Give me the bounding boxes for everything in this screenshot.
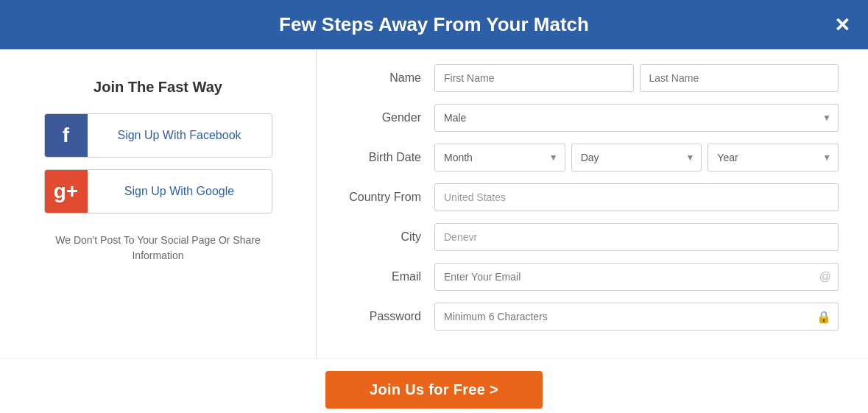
country-row: Country From	[346, 183, 839, 211]
name-input-group	[434, 64, 839, 92]
month-select[interactable]: Month JanuaryFebruaryMarch AprilMayJune …	[434, 144, 565, 172]
facebook-icon: f	[45, 114, 88, 157]
left-panel: Join The Fast Way f Sign Up With Faceboo…	[0, 49, 317, 359]
year-select-wrapper: Year ▼	[708, 144, 839, 172]
day-select[interactable]: Day	[571, 144, 702, 172]
modal-footer: Join Us for Free > By clicking "Join Us …	[0, 359, 868, 413]
close-button[interactable]: ✕	[834, 15, 850, 35]
birth-date-label: Birth Date	[346, 151, 434, 164]
country-input[interactable]	[434, 183, 839, 211]
modal-header: Few Steps Away From Your Match ✕	[0, 0, 868, 49]
gender-label: Gender	[346, 111, 434, 124]
password-input-wrapper: 🔒	[434, 303, 839, 331]
lock-icon: 🔒	[816, 310, 831, 324]
password-row: Password 🔒	[346, 303, 839, 331]
password-input-group: 🔒	[434, 303, 839, 331]
city-input-group	[434, 223, 839, 251]
birth-date-row: Birth Date Month JanuaryFebruaryMarch Ap…	[346, 144, 839, 172]
fast-way-heading: Join The Fast Way	[93, 79, 222, 96]
month-select-wrapper: Month JanuaryFebruaryMarch AprilMayJune …	[434, 144, 565, 172]
password-input[interactable]	[434, 303, 839, 331]
gender-row: Gender Male Female ▼	[346, 104, 839, 132]
google-label: Sign Up With Google	[88, 185, 272, 198]
google-signup-button[interactable]: g+ Sign Up With Google	[44, 169, 272, 213]
right-panel: Name Gender Male Female ▼	[317, 49, 868, 359]
gender-select-wrapper: Male Female ▼	[434, 104, 839, 132]
city-input[interactable]	[434, 223, 839, 251]
day-select-wrapper: Day ▼	[571, 144, 702, 172]
last-name-input[interactable]	[640, 64, 839, 92]
name-row: Name	[346, 64, 839, 92]
at-icon: @	[819, 270, 831, 283]
email-input[interactable]	[434, 263, 839, 291]
join-free-button[interactable]: Join Us for Free >	[325, 371, 543, 409]
password-label: Password	[346, 310, 434, 323]
email-input-group: @	[434, 263, 839, 291]
social-note: We Don't Post To Your Social Page Or Sha…	[29, 233, 286, 264]
year-select[interactable]: Year	[708, 144, 839, 172]
city-label: City	[346, 230, 434, 244]
gender-input-group: Male Female ▼	[434, 104, 839, 132]
google-icon: g+	[45, 170, 88, 213]
city-row: City	[346, 223, 839, 251]
facebook-label: Sign Up With Facebook	[88, 129, 272, 142]
country-label: Country From	[346, 191, 434, 204]
email-label: Email	[346, 270, 434, 283]
modal-title: Few Steps Away From Your Match	[279, 13, 589, 36]
birth-date-group: Month JanuaryFebruaryMarch AprilMayJune …	[434, 144, 839, 172]
first-name-input[interactable]	[434, 64, 634, 92]
modal-container: Few Steps Away From Your Match ✕ Join Th…	[0, 0, 868, 413]
email-input-wrapper: @	[434, 263, 839, 291]
name-label: Name	[346, 71, 434, 85]
gender-select[interactable]: Male Female	[434, 104, 839, 132]
country-input-group	[434, 183, 839, 211]
facebook-signup-button[interactable]: f Sign Up With Facebook	[44, 113, 272, 158]
email-row: Email @	[346, 263, 839, 291]
modal-body: Join The Fast Way f Sign Up With Faceboo…	[0, 49, 868, 359]
